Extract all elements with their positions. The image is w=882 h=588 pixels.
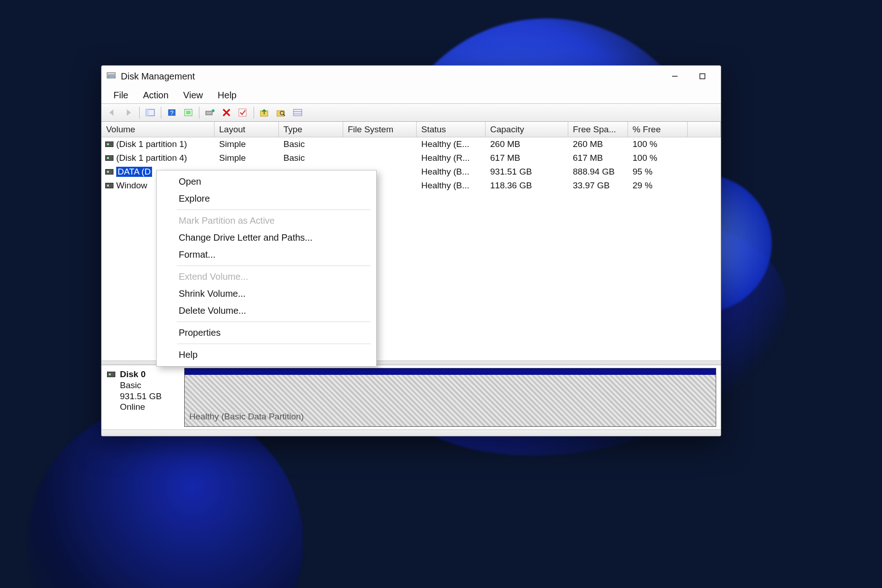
titlebar[interactable]: Disk Management <box>102 66 721 87</box>
ctx-delete[interactable]: Delete Volume... <box>157 302 376 319</box>
column-filesystem[interactable]: File System <box>343 122 417 137</box>
cell-pct: 100 % <box>628 139 688 149</box>
drive-icon <box>105 169 113 175</box>
minimize-button[interactable] <box>661 66 689 87</box>
ctx-help[interactable]: Help <box>157 346 376 363</box>
svg-rect-18 <box>294 109 302 116</box>
drive-icon <box>105 155 113 161</box>
svg-rect-6 <box>146 109 149 116</box>
forward-icon[interactable] <box>121 106 136 119</box>
volume-name: DATA (D <box>116 167 152 177</box>
cell-capacity: 617 MB <box>486 153 568 163</box>
svg-rect-4 <box>700 74 705 79</box>
action-folder-search-icon[interactable] <box>273 106 289 119</box>
volume-name: (Disk 1 partition 4) <box>116 153 187 163</box>
show-hide-tree-icon[interactable] <box>142 106 158 119</box>
ctx-format[interactable]: Format... <box>157 246 376 263</box>
cell-capacity: 260 MB <box>486 139 568 149</box>
ctx-separator <box>177 344 371 344</box>
ctx-change-letter[interactable]: Change Drive Letter and Paths... <box>157 229 376 246</box>
menu-file[interactable]: File <box>107 88 135 102</box>
cell-status: Healthy (R... <box>417 153 486 163</box>
cell-capacity: 931.51 GB <box>486 167 568 177</box>
delete-icon[interactable] <box>219 106 234 119</box>
cell-type: Basic <box>279 139 343 149</box>
action-folder-up-icon[interactable] <box>257 106 272 119</box>
cell-type: Basic <box>279 153 343 163</box>
cell-free: 260 MB <box>568 139 628 149</box>
menu-view[interactable]: View <box>177 88 209 102</box>
cell-capacity: 118.36 GB <box>486 181 568 191</box>
ctx-properties[interactable]: Properties <box>157 324 376 341</box>
list-view-icon[interactable] <box>290 106 305 119</box>
context-menu: Open Explore Mark Partition as Active Ch… <box>156 170 377 367</box>
cell-status: Healthy (B... <box>417 181 486 191</box>
column-volume[interactable]: Volume <box>102 122 215 137</box>
column-capacity[interactable]: Capacity <box>486 122 568 137</box>
column-spacer <box>688 122 721 137</box>
column-status[interactable]: Status <box>417 122 486 137</box>
drive-icon <box>107 372 115 377</box>
column-layout[interactable]: Layout <box>215 122 279 137</box>
disk-state: Online <box>120 402 145 412</box>
help-icon[interactable]: ? <box>164 106 180 119</box>
toolbar-separator <box>254 107 254 119</box>
ctx-separator <box>177 209 371 210</box>
svg-rect-13 <box>239 109 246 116</box>
ctx-open[interactable]: Open <box>157 173 376 190</box>
cell-pct: 29 % <box>628 181 688 191</box>
status-bar <box>102 430 721 436</box>
table-row[interactable]: (Disk 1 partition 1) Simple Basic Health… <box>102 137 721 151</box>
ctx-mark-active: Mark Partition as Active <box>157 212 376 229</box>
drive-icon <box>105 141 113 147</box>
cell-free: 617 MB <box>568 153 628 163</box>
cell-free: 888.94 GB <box>568 167 628 177</box>
partition-status-label: Healthy (Basic Data Partition) <box>189 412 304 422</box>
table-row[interactable]: (Disk 1 partition 4) Simple Basic Health… <box>102 151 721 165</box>
disk-info[interactable]: Disk 0 Basic 931.51 GB Online <box>102 365 184 430</box>
back-icon[interactable] <box>104 106 120 119</box>
toolbar-separator <box>139 107 140 119</box>
partition-block[interactable]: Healthy (Basic Data Partition) <box>184 368 716 427</box>
disk-management-app-icon <box>106 71 116 81</box>
ctx-separator <box>177 266 371 266</box>
svg-rect-11 <box>206 111 212 115</box>
column-freespace[interactable]: Free Spa... <box>568 122 628 137</box>
disk-graphical-pane: Disk 0 Basic 931.51 GB Online Healthy (B… <box>102 365 721 430</box>
refresh-disk-icon[interactable] <box>202 106 218 119</box>
menubar: File Action View Help <box>102 87 721 103</box>
column-type[interactable]: Type <box>279 122 343 137</box>
window-title: Disk Management <box>121 71 195 82</box>
toolbar-separator <box>161 107 161 119</box>
toolbar-separator <box>199 107 199 119</box>
cell-layout: Simple <box>215 139 279 149</box>
ctx-shrink[interactable]: Shrink Volume... <box>157 285 376 302</box>
drive-icon <box>105 183 113 188</box>
svg-rect-1 <box>107 76 115 78</box>
disk-type: Basic <box>120 380 141 390</box>
menu-help[interactable]: Help <box>211 88 243 102</box>
check-icon[interactable] <box>235 106 251 119</box>
cell-pct: 95 % <box>628 167 688 177</box>
volume-name: Window <box>116 181 147 191</box>
svg-point-12 <box>212 109 215 112</box>
cell-layout: Simple <box>215 153 279 163</box>
column-pctfree[interactable]: % Free <box>628 122 688 137</box>
ctx-explore[interactable]: Explore <box>157 190 376 207</box>
svg-point-2 <box>108 77 109 78</box>
cell-status: Healthy (E... <box>417 139 486 149</box>
maximize-button[interactable] <box>689 66 716 87</box>
menu-action[interactable]: Action <box>136 88 175 102</box>
volume-table-header: Volume Layout Type File System Status Ca… <box>102 122 721 137</box>
cell-free: 33.97 GB <box>568 181 628 191</box>
disk-size: 931.51 GB <box>120 391 162 401</box>
svg-rect-0 <box>107 73 115 75</box>
toolbar: ? <box>102 103 721 122</box>
partition-header-stripe <box>185 368 716 375</box>
ctx-separator <box>177 322 371 322</box>
svg-text:?: ? <box>170 109 173 116</box>
ctx-extend: Extend Volume... <box>157 268 376 285</box>
svg-rect-10 <box>186 111 191 114</box>
settings-icon[interactable] <box>181 106 196 119</box>
cell-pct: 100 % <box>628 153 688 163</box>
